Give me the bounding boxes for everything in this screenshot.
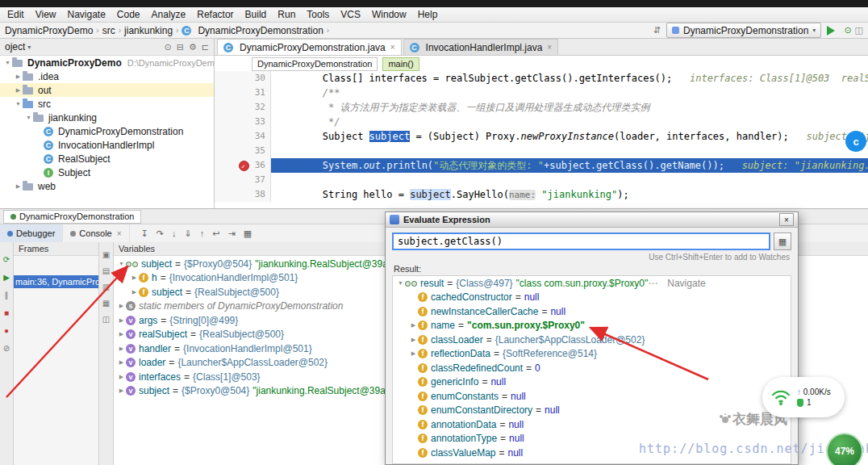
rerun-icon[interactable]: ⟳ bbox=[3, 255, 10, 265]
expand-icon[interactable]: ▶ bbox=[117, 388, 126, 394]
menu-vcs[interactable]: VCS bbox=[335, 9, 366, 20]
debug-session-tab[interactable]: DynamicProxyDemonstration bbox=[3, 210, 141, 224]
network-speed-widget[interactable]: ↑ 0.00K/s 1 bbox=[762, 377, 845, 417]
resume-icon[interactable]: ▶ bbox=[3, 273, 10, 283]
breadcrumb-dynamicproxydemonstration[interactable]: DynamicProxyDemonstration bbox=[198, 25, 323, 36]
tree-item-idea[interactable]: ▶.idea bbox=[0, 69, 214, 83]
code-line-33[interactable]: 33 */ bbox=[215, 115, 868, 129]
expand-icon[interactable]: ▶ bbox=[117, 374, 126, 380]
code-line-38[interactable]: 38 String hello = subject.SayHello(name:… bbox=[215, 187, 868, 202]
code-line-34[interactable]: 34 Subject subject = (Subject) Proxy.new… bbox=[215, 129, 868, 144]
close-icon[interactable]: × bbox=[779, 213, 794, 226]
settings-icon[interactable]: ⚙ bbox=[189, 42, 197, 52]
expand-editor-icon[interactable]: ▦ bbox=[774, 232, 791, 250]
run-button[interactable] bbox=[827, 26, 835, 36]
close-tab-icon[interactable]: × bbox=[547, 43, 552, 52]
force-step-into-icon[interactable]: ⇓ bbox=[184, 228, 191, 239]
expand-icon[interactable]: ▶ bbox=[14, 183, 23, 190]
expand-icon[interactable]: ▶ bbox=[130, 289, 139, 295]
step-over-icon[interactable]: ↷ bbox=[156, 228, 164, 239]
expand-icon[interactable]: ▼ bbox=[396, 280, 405, 286]
variable-row-classredefinedcount[interactable]: fclassRedefinedCount=0 bbox=[393, 361, 791, 375]
dialog-titlebar[interactable]: Evaluate Expression × bbox=[386, 212, 798, 228]
copy-value-icon[interactable]: ▣ bbox=[102, 250, 110, 259]
variable-row-reflectiondata[interactable]: ▶freflectionData={SoftReference@514} bbox=[393, 347, 791, 362]
variables-toolbar[interactable]: ▣▤▥▦◫ bbox=[99, 242, 114, 465]
step-into-icon[interactable]: ↓ bbox=[172, 228, 177, 239]
expand-icon[interactable]: ▶ bbox=[117, 303, 126, 309]
variable-row-cachedconstructor[interactable]: fcachedConstructor=null bbox=[393, 291, 791, 305]
menu-run[interactable]: Run bbox=[272, 9, 301, 20]
tree-item-dynamicproxydemo[interactable]: ▼DynamicProxyDemoD:\DynamicProxyDemo bbox=[0, 56, 214, 69]
locate-icon[interactable]: ⊙ bbox=[164, 42, 171, 52]
code-line-35[interactable]: 35 bbox=[215, 144, 868, 158]
tree-item-dynamicproxydemonstration[interactable]: CDynamicProxyDemonstration bbox=[0, 124, 214, 138]
menu-help[interactable]: Help bbox=[412, 9, 444, 20]
tree-item-src[interactable]: ▼src bbox=[0, 97, 214, 111]
menu-edit[interactable]: Edit bbox=[2, 9, 30, 20]
expand-icon[interactable]: ▶ bbox=[117, 331, 126, 337]
variable-row-genericinfo[interactable]: fgenericInfo=null bbox=[393, 375, 791, 390]
tree-item-jiankunking[interactable]: ▼jiankunking bbox=[0, 111, 214, 124]
run-configuration-select[interactable]: DynamicProxyDemonstration ▾ bbox=[666, 23, 821, 38]
code-area[interactable]: 30 Class[] interfaces = realSubject.getC… bbox=[215, 71, 868, 208]
add-watch-icon[interactable]: ▥ bbox=[102, 283, 110, 291]
collapse-all-icon[interactable]: ⊟ bbox=[177, 42, 184, 52]
step-icons[interactable]: ↧↷↓⇓↑↩⇥▦ bbox=[141, 228, 252, 239]
view-breakpoints-icon[interactable]: ● bbox=[4, 326, 9, 336]
expand-icon[interactable]: ▶ bbox=[117, 359, 126, 366]
pre-icons[interactable]: ⇵ bbox=[653, 25, 661, 36]
breadcrumb-jiankunking[interactable]: jiankunking bbox=[124, 25, 173, 36]
menu-build[interactable]: Build bbox=[240, 9, 273, 20]
close-tab-icon[interactable]: × bbox=[390, 43, 395, 52]
update-project-icon[interactable]: ⇵ bbox=[653, 25, 661, 35]
variable-row-newinstancecallercache[interactable]: fnewInstanceCallerCache=null bbox=[393, 304, 791, 319]
expand-icon[interactable]: ▶ bbox=[130, 274, 139, 281]
expand-icon[interactable]: ▶ bbox=[409, 322, 418, 329]
expand-icon[interactable]: ▼ bbox=[14, 101, 23, 107]
expand-icon[interactable]: ▶ bbox=[409, 350, 418, 357]
code-line-31[interactable]: 31 /** bbox=[215, 86, 868, 100]
stop-icon[interactable]: ■ bbox=[4, 308, 9, 318]
expression-input[interactable] bbox=[392, 232, 770, 250]
show-execution-point-icon[interactable]: ↧ bbox=[141, 228, 148, 239]
coverage-icon[interactable]: ◫ bbox=[855, 25, 863, 35]
tree-item-out[interactable]: ▶out bbox=[0, 83, 214, 97]
code-line-37[interactable]: 37 bbox=[215, 173, 868, 187]
variable-row-enumconstants[interactable]: fenumConstants=null bbox=[393, 389, 791, 404]
step-out-icon[interactable]: ↑ bbox=[200, 228, 205, 239]
navigate-link[interactable]: Navigate bbox=[667, 278, 705, 289]
menu-navigate[interactable]: Navigate bbox=[61, 9, 111, 20]
post-icons[interactable]: ⊙◫ bbox=[841, 25, 863, 36]
expand-icon[interactable]: ▼ bbox=[3, 60, 12, 65]
debug-left-toolbar[interactable]: ⟳▶∥■●⊘ bbox=[0, 242, 14, 465]
battery-indicator[interactable]: 47% bbox=[826, 433, 863, 465]
tab-invocationhandlerimpl-java[interactable]: CInvocationHandlerImpl.java× bbox=[403, 39, 559, 55]
code-line-30[interactable]: 30 Class[] interfaces = realSubject.getC… bbox=[215, 71, 868, 86]
expand-icon[interactable]: ▼ bbox=[117, 261, 126, 266]
view-tab-console[interactable]: Console× bbox=[63, 224, 129, 242]
filter-icon[interactable]: ◫ bbox=[102, 315, 110, 324]
menu-window[interactable]: Window bbox=[366, 9, 412, 20]
pause-icon[interactable]: ∥ bbox=[5, 291, 9, 300]
tab-dynamicproxydemonstration-java[interactable]: CDynamicProxyDemonstration.java× bbox=[217, 39, 402, 55]
breadcrumb-method[interactable]: main() bbox=[382, 57, 419, 71]
group-by-icon[interactable]: ▦ bbox=[102, 299, 110, 308]
expand-icon[interactable]: ▶ bbox=[14, 73, 23, 80]
frame-row[interactable]: main:36, DynamicProx bbox=[14, 275, 98, 288]
breadcrumb-class[interactable]: DynamicProxyDemonstration bbox=[252, 57, 378, 71]
breadcrumb-dynamicproxydemo[interactable]: DynamicProxyDemo bbox=[5, 25, 93, 36]
evaluate-expression-icon[interactable]: ▦ bbox=[244, 228, 252, 239]
tree-item-subject[interactable]: ISubject bbox=[0, 165, 214, 179]
hide-panel-icon[interactable]: ⊏ bbox=[202, 42, 209, 52]
expand-icon[interactable]: ▶ bbox=[14, 87, 23, 94]
debug-icon[interactable]: ⊙ bbox=[844, 25, 851, 35]
breadcrumb-src[interactable]: src bbox=[102, 25, 115, 36]
tree-item-realsubject[interactable]: CRealSubject bbox=[0, 152, 214, 165]
expand-icon[interactable]: ▶ bbox=[409, 337, 418, 343]
close-tab-icon[interactable]: × bbox=[117, 229, 122, 238]
menu-refactor[interactable]: Refactor bbox=[191, 9, 239, 20]
code-line-32[interactable]: 32 * 该方法用于为指定类装载器、一组接口及调用处理器生成动态代理类实例 bbox=[215, 100, 868, 115]
code-line-36[interactable]: 36 System.out.println("动态代理对象的类型: "+subj… bbox=[215, 158, 868, 173]
expand-icon[interactable]: ▼ bbox=[24, 115, 33, 120]
